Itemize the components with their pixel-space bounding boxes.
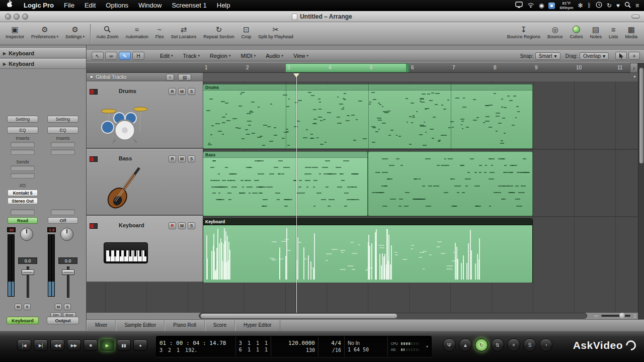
flex-button[interactable]: ~ Flex [152,24,168,40]
arrange-menu-track[interactable]: Track▾ [183,53,200,59]
menu-item-app[interactable]: Logic Pro [19,0,59,11]
rewind-button[interactable]: ◀◀ [50,339,64,351]
bar-ruler[interactable]: 1 2 3 4 5 6 7 8 9 10 11 [87,63,630,73]
lists-button[interactable]: ≡ Lists [605,24,622,40]
volume-value[interactable]: 0.0 [58,257,77,264]
solo-mode-button[interactable]: S [523,338,536,351]
setting-button[interactable]: Setting [47,116,78,123]
link-button[interactable]: ∞ [105,52,117,60]
horizontal-scrollbar[interactable] [199,313,587,319]
output-slot[interactable]: Stereo Out [8,198,38,204]
setting-button[interactable]: Setting [7,116,38,123]
mute-button[interactable]: M [178,155,186,162]
preferences-button[interactable]: ⚙ Preferences▾ [28,24,62,40]
mute-button[interactable]: M [178,88,186,95]
stop-button[interactable]: ■ [84,339,98,351]
hide-tracks-button[interactable]: H [132,52,144,60]
tab-piano-roll[interactable]: Piano Roll [165,320,205,331]
volume-fader[interactable] [22,269,34,275]
go-to-beginning-button[interactable]: |◀ [17,339,31,351]
volume-value[interactable]: 0.0 [18,257,37,264]
toolbar-toggle-pill[interactable] [631,15,640,19]
scrollbar-thumb[interactable] [201,314,397,318]
solo-button[interactable]: S [64,304,71,310]
arrange-menu-region[interactable]: Region▾ [210,53,230,59]
menu-item-file[interactable]: File [59,0,79,11]
sync-button[interactable]: ◔ [539,338,552,351]
ruler-note-button[interactable]: ♪ [630,63,638,73]
inspector-header-channel[interactable]: ▶ Keyboard [0,59,86,69]
crop-button[interactable]: ⊡ Crop [238,24,255,40]
mute-button[interactable]: M [15,304,22,310]
istat-icon[interactable] [548,3,555,9]
mute-button[interactable]: M [55,304,62,310]
colors-button[interactable]: Colors [566,24,586,40]
forward-button[interactable]: ▶▶ [67,339,81,351]
pan-knob[interactable] [20,228,33,241]
inspector-header-track[interactable]: ▶ Keyboard [0,48,86,58]
empty-arrange-area[interactable] [87,283,638,313]
pause-button[interactable]: ▮▮ [117,339,131,351]
tuner-button[interactable]: Ψ [443,338,456,351]
cycle-region[interactable] [285,63,409,72]
solo-button[interactable]: S [188,155,195,162]
record-button[interactable]: ● [133,339,147,351]
vertical-scrollbar[interactable] [638,63,644,319]
insert-slot[interactable] [11,149,35,155]
arrange-menu-audio[interactable]: Audio▾ [266,53,283,59]
arrange-menu-edit[interactable]: Edit▾ [160,53,173,59]
lcd-signature[interactable]: 4/4 /16 [318,336,345,356]
replace-button[interactable]: × [507,338,520,351]
tab-score[interactable]: Score [205,320,235,331]
solo-button[interactable]: S [188,88,195,95]
lcd-midi[interactable]: No In 1 64 50 [345,336,388,356]
signal-icon[interactable] [527,2,534,10]
repeat-section-button[interactable]: ↻ Repeat Section [200,24,238,40]
drag-select[interactable]: Overlap▾ [580,52,609,60]
auto-zoom-button[interactable]: Auto Zoom [93,24,122,40]
temperature-status[interactable]: 81°F 699rpm [559,1,573,10]
eq-button[interactable]: EQ [47,127,78,134]
solo-button[interactable]: S [188,222,195,229]
heart-icon[interactable]: ♥ [616,0,620,11]
menu-item-window[interactable]: Window [133,0,167,11]
secondary-tool-button[interactable]: + [628,52,640,60]
send-slot[interactable] [11,173,35,178]
menu-item-screenset[interactable]: Screenset 1 [167,0,211,11]
fan-icon[interactable]: ✻ [578,0,583,11]
group-slot[interactable] [51,209,75,215]
region-drums[interactable]: Drums [203,84,533,149]
track-header-keyboard[interactable]: Keyboard R M S [87,216,203,283]
add-global-track-button[interactable]: + [166,74,174,80]
display-icon[interactable] [515,2,523,10]
volume-fader[interactable] [62,269,74,275]
bluetooth-icon[interactable]: ᛒ [588,0,591,11]
clock-icon[interactable] [596,2,602,10]
h-zoom-icon[interactable]: ▭ [594,313,599,318]
automation-mode-button[interactable]: Read [8,217,38,224]
playhead-marker[interactable] [293,73,299,77]
menu-item-help[interactable]: Help [212,0,235,11]
menu-item-options[interactable]: Options [101,0,133,11]
record-enable-button[interactable]: R [169,222,176,229]
playhead[interactable] [296,73,297,313]
metronome-button[interactable]: ▲ [459,338,472,351]
mute-button[interactable]: M [178,222,186,229]
bounce-button[interactable]: ◎ Bounce [544,24,567,40]
zoom-slider-thumb[interactable] [619,313,625,318]
track-header-bass[interactable]: Bass R M S [87,149,203,216]
send-slot[interactable] [11,165,35,171]
split-by-playhead-button[interactable]: ✂ Split by Playhead [255,24,297,40]
inspector-button[interactable]: ▣ Inspector [2,24,28,40]
region-bass-2[interactable] [368,151,533,216]
lcd-tempo[interactable]: 120.0000 130 [271,336,318,356]
eq-button[interactable]: EQ [7,127,38,134]
settings-button[interactable]: ⚙ Settings▾ [62,24,88,40]
group-slot[interactable] [11,209,35,215]
snap-select[interactable]: Smart▾ [535,52,560,60]
instrument-slot[interactable]: Kontakt 5 [8,190,38,196]
arrange-menu-view[interactable]: View▾ [293,53,308,59]
record-enable-button[interactable]: R [169,88,176,95]
insert-slot[interactable] [51,142,75,147]
go-to-end-button[interactable]: ▶| [34,339,48,351]
